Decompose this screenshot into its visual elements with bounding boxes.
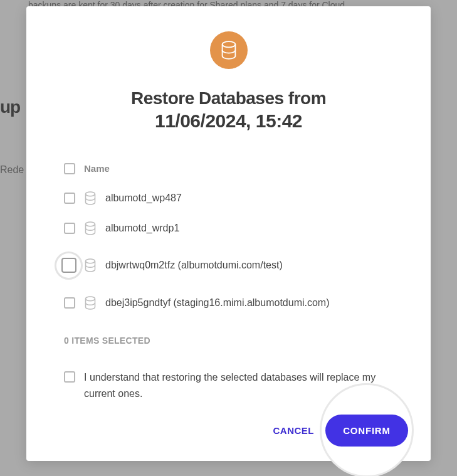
selected-items-count: 0 ITEMS SELECTED xyxy=(26,325,431,356)
highlighted-checkbox-ring xyxy=(55,251,83,280)
svg-point-1 xyxy=(86,192,95,196)
row-checkbox[interactable] xyxy=(64,297,75,309)
row-checkbox[interactable] xyxy=(64,223,75,234)
svg-point-0 xyxy=(222,41,235,47)
modal-footer: CANCEL CONFIRM xyxy=(26,403,431,462)
database-list: Name albumotd_wp487 albumotd_wrdp1 xyxy=(26,152,431,318)
database-icon xyxy=(84,258,97,272)
svg-point-4 xyxy=(86,297,95,301)
database-name: dbej3ip5gndtyf (staging16.mimi.albumotdu… xyxy=(105,297,330,309)
table-row: albumotd_wp487 xyxy=(64,183,393,213)
database-icon xyxy=(84,221,97,235)
svg-point-3 xyxy=(86,259,95,263)
modal-title-date: 11/06/2024, 15:42 xyxy=(155,110,302,132)
database-icon xyxy=(84,191,97,205)
row-checkbox[interactable] xyxy=(64,193,75,204)
row-checkbox[interactable] xyxy=(61,258,76,273)
cancel-button[interactable]: CANCEL xyxy=(263,418,325,443)
confirm-button[interactable]: CONFIRM xyxy=(325,415,408,447)
restore-databases-modal: Restore Databases from 11/06/2024, 15:42… xyxy=(26,6,431,461)
database-name: dbjwrtwq0m2tfz (albumotdumi.com/test) xyxy=(105,260,283,271)
confirm-button-highlight: CONFIRM xyxy=(320,383,414,476)
database-icon xyxy=(84,296,97,310)
modal-title-prefix: Restore Databases from xyxy=(131,87,326,110)
database-icon xyxy=(210,31,248,69)
table-row: dbjwrtwq0m2tfz (albumotdumi.com/test) xyxy=(64,243,393,288)
select-all-checkbox[interactable] xyxy=(64,163,75,174)
name-column-header: Name xyxy=(84,163,110,174)
modal-header: Restore Databases from 11/06/2024, 15:42 xyxy=(26,6,431,152)
database-name: albumotd_wp487 xyxy=(105,193,182,204)
table-row: albumotd_wrdp1 xyxy=(64,213,393,243)
database-name: albumotd_wrdp1 xyxy=(105,223,179,234)
svg-point-2 xyxy=(86,222,95,226)
consent-checkbox[interactable] xyxy=(64,371,75,383)
table-row: dbej3ip5gndtyf (staging16.mimi.albumotdu… xyxy=(64,288,393,318)
list-header-row: Name xyxy=(64,152,393,183)
